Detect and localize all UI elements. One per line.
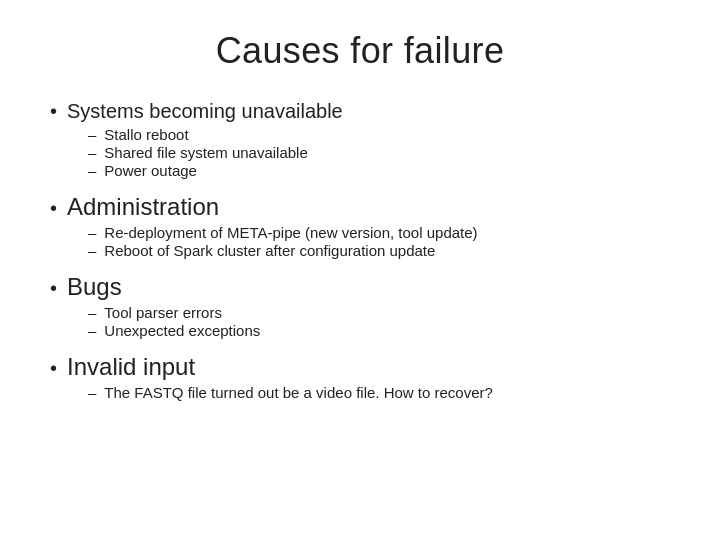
sub-text: Tool parser errors [104,304,222,321]
sub-dash: – [88,384,96,401]
sub-dash: – [88,144,96,161]
list-item: – Unexpected exceptions [88,322,670,339]
list-item: – Re-deployment of META-pipe (new versio… [88,224,670,241]
sub-items-bugs: – Tool parser errors – Unexpected except… [50,304,670,339]
list-item: – The FASTQ file turned out be a video f… [88,384,670,401]
bullet-dot-administration: • [50,198,57,218]
bullet-dot-invalid-input: • [50,358,57,378]
list-item: – Reboot of Spark cluster after configur… [88,242,670,259]
bullet-text-bugs: Bugs [67,273,122,301]
sub-text: Reboot of Spark cluster after configurat… [104,242,435,259]
sub-dash: – [88,322,96,339]
sub-text: Unexpected exceptions [104,322,260,339]
bullet-main-invalid-input: • Invalid input [50,353,670,381]
sub-dash: – [88,304,96,321]
sub-items-administration: – Re-deployment of META-pipe (new versio… [50,224,670,259]
content-area: • Systems becoming unavailable – Stallo … [50,100,670,401]
sub-dash: – [88,242,96,259]
bullet-main-bugs: • Bugs [50,273,670,301]
list-item: – Tool parser errors [88,304,670,321]
bullet-text-administration: Administration [67,193,219,221]
sub-text: Re-deployment of META-pipe (new version,… [104,224,477,241]
sub-dash: – [88,224,96,241]
sub-dash: – [88,126,96,143]
list-item: – Stallo reboot [88,126,670,143]
sub-items-systems: – Stallo reboot – Shared file system una… [50,126,670,179]
sub-text: Stallo reboot [104,126,188,143]
bullet-dot-systems: • [50,101,57,121]
list-item: – Power outage [88,162,670,179]
sub-dash: – [88,162,96,179]
bullet-main-administration: • Administration [50,193,670,221]
bullet-dot-bugs: • [50,278,57,298]
bullet-item-administration: • Administration – Re-deployment of META… [50,193,670,259]
bullet-text-systems: Systems becoming unavailable [67,100,343,123]
sub-text: Power outage [104,162,197,179]
list-item: – Shared file system unavailable [88,144,670,161]
bullet-item-invalid-input: • Invalid input – The FASTQ file turned … [50,353,670,401]
slide: Causes for failure • Systems becoming un… [0,0,720,540]
bullet-text-invalid-input: Invalid input [67,353,195,381]
sub-text: The FASTQ file turned out be a video fil… [104,384,493,401]
sub-text: Shared file system unavailable [104,144,307,161]
slide-title: Causes for failure [50,30,670,72]
bullet-item-bugs: • Bugs – Tool parser errors – Unexpected… [50,273,670,339]
bullet-item-systems: • Systems becoming unavailable – Stallo … [50,100,670,179]
sub-items-invalid-input: – The FASTQ file turned out be a video f… [50,384,670,401]
bullet-main-systems: • Systems becoming unavailable [50,100,670,123]
